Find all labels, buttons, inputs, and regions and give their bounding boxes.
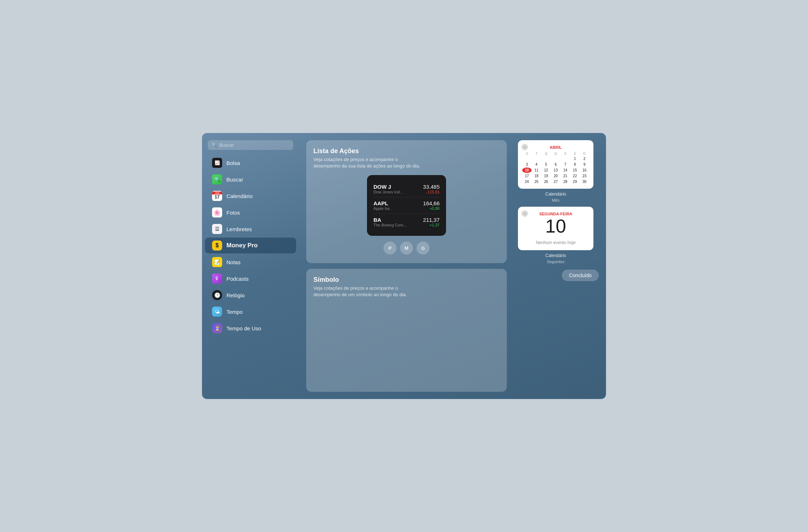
cal-empty-3 — [541, 156, 551, 161]
cal-day-19: 19 — [541, 173, 551, 179]
cal-empty-1 — [522, 156, 532, 161]
cal-day-28: 28 — [561, 179, 570, 184]
cal-day-label-2: Q — [541, 152, 551, 155]
sidebar-item-relogio[interactable]: 🕐 Relógio — [205, 287, 296, 303]
cal-day-12: 12 — [541, 168, 551, 173]
cal-day-14: 14 — [561, 168, 570, 173]
widget-lista-acoes: Lista de Ações Veja cotações de preços e… — [306, 140, 507, 263]
sidebar-item-podcasts[interactable]: 🎙 Podcasts — [205, 271, 296, 286]
sidebar-label-money-pro: Money Pro — [226, 242, 258, 249]
calendar-grid: S T Q Q S S D — [522, 152, 589, 184]
calendar-month-widget: − ABRIL S T Q Q S S D — [518, 140, 593, 189]
stock-name-ba: BA — [373, 217, 407, 223]
cal-day-16: 16 — [580, 168, 589, 173]
cal-day-24: 24 — [522, 179, 532, 184]
sidebar-item-calendario[interactable]: JAN 17 Calendário — [205, 188, 296, 204]
cal-day-15: 15 — [570, 168, 580, 173]
stock-price-ba: 211,37 — [423, 217, 440, 223]
cal-day-label-0: S — [522, 152, 532, 155]
sidebar-label-relogio: Relógio — [226, 292, 245, 298]
cal-day-8: 8 — [570, 162, 580, 167]
calendar-month-minus[interactable]: − — [522, 144, 528, 150]
widget-simbolo: Símbolo Veja cotações de preços e acompa… — [306, 269, 507, 392]
cal-day-10: 10 — [522, 168, 532, 173]
cal-days: 1 2 3 4 5 6 7 8 9 10 11 — [522, 156, 589, 184]
sidebar-item-fotos[interactable]: 🌸 Fotos — [205, 205, 296, 220]
sidebar-label-notas: Notas — [226, 259, 240, 265]
stock-name-aapl: AAPL — [373, 200, 391, 206]
cal-day-1: 1 — [570, 156, 580, 161]
main-content: Lista de Ações Veja cotações de preços e… — [299, 133, 606, 399]
calendar-next-widget: − SEGUNDA-FEIRA 10 Nenhum evento hoje — [518, 207, 593, 250]
stock-row-dowj: DOW J Dow Jones Ind... 33.485 -115,81 — [373, 181, 440, 197]
sidebar-label-bolsa: Bolsa — [226, 160, 240, 166]
sidebar: 🔍 Buscar 📈 Bolsa 🔍 Buscar JAN 17 Calendá… — [202, 133, 299, 399]
search-placeholder: Buscar — [219, 142, 234, 148]
cal-day-2: 2 — [580, 156, 589, 161]
sidebar-label-fotos: Fotos — [226, 210, 240, 216]
sidebar-label-calendario: Calendário — [226, 193, 253, 199]
stock-preview: DOW J Dow Jones Ind... 33.485 -115,81 AA… — [367, 175, 446, 236]
widget1-title: Lista de Ações — [313, 147, 500, 155]
sidebar-item-tempo-uso[interactable]: ⏳ Tempo de Uso — [205, 320, 296, 336]
buscar-icon: 🔍 — [212, 174, 222, 184]
search-box[interactable]: 🔍 Buscar — [208, 140, 293, 150]
sidebar-item-money-pro[interactable]: $ Money Pro — [205, 238, 296, 253]
cal-day-7: 7 — [561, 162, 570, 167]
stock-full-aapl: Apple Inc. — [373, 206, 391, 211]
calendar-month-label: ABRIL — [522, 145, 589, 150]
sidebar-label-lembretes: Lembretes — [226, 226, 252, 232]
sidebar-item-bolsa[interactable]: 📈 Bolsa — [205, 155, 296, 171]
money-pro-icon: $ — [212, 240, 222, 251]
search-icon: 🔍 — [211, 142, 217, 148]
cal-day-23: 23 — [580, 173, 589, 179]
cal-day-29: 29 — [570, 179, 580, 184]
sidebar-item-tempo[interactable]: 🌤 Tempo — [205, 304, 296, 320]
cal-day-4: 4 — [532, 162, 541, 167]
cal-day-27: 27 — [551, 179, 560, 184]
tempo-icon: 🌤 — [212, 307, 222, 317]
sidebar-item-lembretes[interactable]: ☰ Lembretes — [205, 221, 296, 237]
cal-day-25: 25 — [532, 179, 541, 184]
cal-day-18: 18 — [532, 173, 541, 179]
podcasts-icon: 🎙 — [212, 274, 222, 284]
cal-day-5: 5 — [541, 162, 551, 167]
cal-next-event: Nenhum evento hoje — [523, 240, 588, 245]
cal-empty-5 — [561, 156, 570, 161]
fotos-icon: 🌸 — [212, 207, 222, 217]
size-btn-m[interactable]: M — [400, 242, 413, 254]
size-buttons: P M G — [313, 242, 500, 254]
tempo-uso-icon: ⏳ — [212, 323, 222, 333]
search-container: 🔍 Buscar — [202, 140, 299, 154]
cal-month-widget-sublabel: Mês — [552, 198, 560, 202]
sidebar-item-buscar[interactable]: 🔍 Buscar — [205, 171, 296, 187]
sidebar-label-tempo-uso: Tempo de Uso — [226, 325, 261, 331]
widget1-desc: Veja cotações de preços e acompanhe o de… — [313, 156, 421, 169]
cal-next-day: 10 — [523, 216, 588, 237]
stock-full-dowj: Dow Jones Ind... — [373, 190, 403, 194]
stock-full-ba: The Boeing Com... — [373, 223, 407, 227]
done-button[interactable]: Concluído — [562, 270, 599, 281]
stock-row-aapl: AAPL Apple Inc. 164,66 +0,90 — [373, 197, 440, 214]
relogio-icon: 🕐 — [212, 290, 222, 300]
cal-day-label-5: S — [570, 152, 580, 155]
bolsa-icon: 📈 — [212, 158, 222, 168]
cal-day-30: 30 — [580, 179, 589, 184]
size-btn-p[interactable]: P — [384, 242, 396, 254]
sidebar-label-podcasts: Podcasts — [226, 276, 249, 282]
cal-day-3: 3 — [522, 162, 532, 167]
cal-day-21: 21 — [561, 173, 570, 179]
cal-day-label-4: S — [560, 152, 570, 155]
cal-day-label-6: D — [579, 152, 589, 155]
size-btn-g[interactable]: G — [417, 242, 430, 254]
cal-empty-4 — [551, 156, 560, 161]
sidebar-label-buscar: Buscar — [226, 176, 243, 183]
cal-day-20: 20 — [551, 173, 560, 179]
cal-day-11: 11 — [532, 168, 541, 173]
cal-day-6: 6 — [551, 162, 560, 167]
calendar-next-minus[interactable]: − — [522, 210, 528, 217]
cal-next-widget-label: Calendário — [545, 253, 566, 258]
cal-next-widget-sublabel: Seguintes — [547, 260, 565, 264]
sidebar-item-notas[interactable]: 📝 Notas — [205, 254, 296, 270]
calendario-icon: JAN 17 — [212, 191, 222, 201]
